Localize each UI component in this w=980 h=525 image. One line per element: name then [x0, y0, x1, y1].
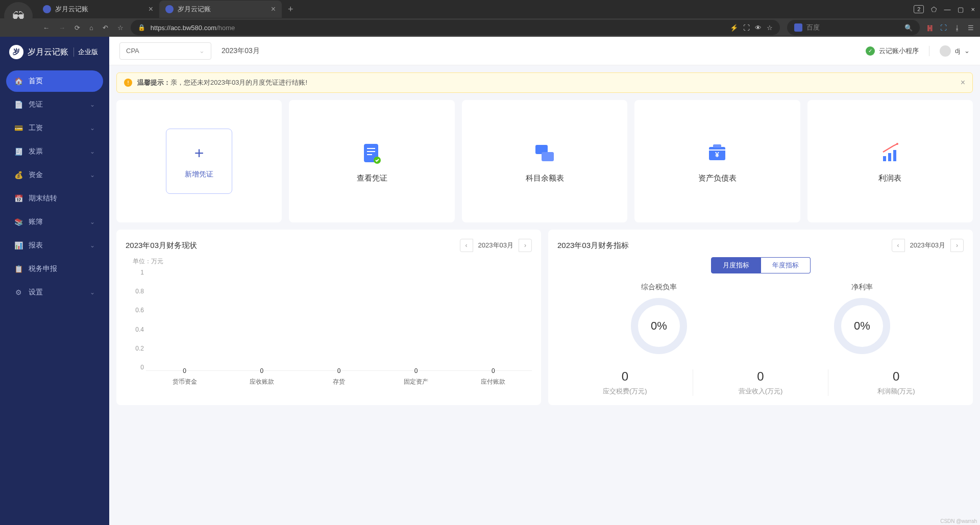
y-tick: 0	[126, 364, 144, 371]
next-month-button[interactable]: ›	[950, 239, 964, 252]
close-icon[interactable]: ×	[961, 78, 965, 87]
logo-edition: 企业版	[74, 47, 98, 57]
menu-label: 资金	[29, 170, 84, 180]
menu-label: 首页	[29, 77, 95, 86]
prev-month-button[interactable]: ‹	[460, 239, 473, 252]
account-selector[interactable]: CPA ⌄	[119, 42, 211, 60]
alert-banner: ! 温馨提示：亲，您还未对2023年03月的月度凭证进行结账! ×	[116, 72, 973, 93]
user-menu[interactable]: dj ⌄	[940, 45, 970, 57]
sidebar-item-0[interactable]: 🏠首页	[6, 70, 103, 92]
baidu-icon	[794, 23, 802, 32]
sidebar-item-9[interactable]: ⚙设置⌄	[6, 282, 103, 303]
flash-icon[interactable]: ⚡	[730, 24, 738, 32]
menu-label: 期末结转	[29, 194, 95, 203]
menu-icon: 📚	[14, 218, 22, 226]
address-bar: ← → ⟳ ⌂ ↶ ☆ 🔒 https://acc.bw580.com/home…	[0, 18, 980, 37]
mini-program-link[interactable]: ✓ 云记账小程序	[866, 46, 919, 56]
sidebar-item-4[interactable]: 💰资金⌄	[6, 164, 103, 186]
tab-monthly[interactable]: 月度指标	[711, 257, 761, 273]
browser-chrome: 🕶 岁月云记账 × 岁月云记账 × + 2 ⬠ — ▢ × ← → ⟳ ⌂ ↶ …	[0, 0, 980, 37]
sidebar-item-5[interactable]: 📅期末结转	[6, 188, 103, 209]
sidebar-item-1[interactable]: 📄凭证⌄	[6, 94, 103, 115]
plus-icon: +	[194, 144, 204, 163]
bookmark-icon[interactable]: ☆	[767, 24, 773, 32]
card-title: 科目余额表	[526, 173, 564, 183]
metric-label: 综合税负率	[631, 283, 687, 292]
bar-value: 0	[300, 367, 377, 374]
menu-icon[interactable]: ☰	[968, 24, 974, 32]
maximize-icon[interactable]: ▢	[958, 6, 964, 13]
menu-label: 报表	[29, 241, 84, 250]
topbar: CPA ⌄ 2023年03月 ✓ 云记账小程序 dj ⌄	[109, 37, 980, 65]
back-icon[interactable]: ←	[43, 24, 50, 32]
translate-icon[interactable]: ䷽	[927, 24, 933, 32]
svg-rect-1	[367, 148, 375, 149]
extension-icon[interactable]: ⬠	[931, 6, 937, 13]
sidebar-item-2[interactable]: 💳工资⌄	[6, 117, 103, 139]
menu-label: 凭证	[29, 100, 84, 109]
metric-净利率: 净利率0%	[834, 283, 890, 354]
search-input[interactable]: 百度 🔍	[787, 20, 920, 35]
new-tab-button[interactable]: +	[282, 4, 300, 15]
browser-tab[interactable]: 岁月云记账 ×	[37, 1, 159, 18]
metric-tabs: 月度指标 年度指标	[557, 257, 964, 273]
bar-label: 应付账款	[455, 378, 532, 386]
alert-text: 温馨提示：亲，您还未对2023年03月的月度凭证进行结账!	[137, 78, 307, 87]
svg-rect-6	[542, 152, 554, 161]
tab-title: 岁月云记账	[55, 5, 144, 14]
bar-chart: 10.80.60.40.20 0货币资金0应收账款0存货0固定资产0应付账款	[126, 269, 532, 386]
menu-icon: 📋	[14, 265, 22, 273]
x-item: 0固定资产	[378, 367, 455, 386]
close-icon[interactable]: ×	[149, 5, 153, 14]
quick-card-balance[interactable]: 科目余额表	[462, 100, 627, 222]
quick-card-liability[interactable]: ¥资产负债表	[634, 100, 800, 222]
svg-rect-3	[367, 154, 372, 155]
logo-icon: 岁	[9, 45, 23, 59]
close-icon[interactable]: ×	[271, 5, 276, 14]
menu-icon: 🧾	[14, 147, 22, 156]
x-item: 0货币资金	[146, 367, 223, 386]
sidebar-item-7[interactable]: 📊报表⌄	[6, 235, 103, 256]
prev-month-button[interactable]: ‹	[892, 239, 905, 252]
download-icon[interactable]: ⭳	[954, 24, 961, 32]
window-close-icon[interactable]: ×	[971, 6, 975, 13]
period-text[interactable]: 2023年03月	[222, 46, 260, 56]
chart-unit: 单位：万元	[133, 257, 532, 266]
undo-icon[interactable]: ↶	[103, 24, 108, 32]
menu-icon: 📅	[14, 194, 22, 203]
sidebar-item-6[interactable]: 📚账簿⌄	[6, 211, 103, 233]
metrics-row: 综合税负率0%净利率0%	[557, 283, 964, 354]
metric-综合税负率: 综合税负率0%	[631, 283, 687, 354]
browser-tab[interactable]: 岁月云记账 ×	[159, 1, 282, 18]
reload-icon[interactable]: ⟳	[75, 24, 80, 32]
star-icon[interactable]: ☆	[117, 24, 124, 32]
stat-item: 0利润额(万元)	[828, 369, 964, 396]
crop-icon[interactable]: ⛶	[940, 24, 947, 32]
forward-icon[interactable]: →	[59, 24, 65, 32]
quick-card-add[interactable]: +新增凭证	[116, 100, 282, 222]
home-icon[interactable]: ⌂	[89, 24, 93, 32]
chevron-down-icon: ⌄	[90, 148, 95, 155]
menu-icon: ⚙	[14, 288, 22, 296]
minimize-icon[interactable]: —	[944, 6, 950, 13]
sidebar-item-8[interactable]: 📋税务申报	[6, 258, 103, 280]
bar-label: 存货	[300, 378, 377, 386]
donut-chart: 0%	[834, 298, 890, 354]
chevron-down-icon: ⌄	[90, 101, 95, 108]
menu-label: 发票	[29, 147, 84, 156]
scan-icon[interactable]: ⛶	[743, 24, 750, 32]
next-month-button[interactable]: ›	[519, 239, 532, 252]
tab-counter[interactable]: 2	[914, 5, 924, 13]
sidebar-item-3[interactable]: 🧾发票⌄	[6, 141, 103, 162]
quick-card-view[interactable]: 查看凭证	[289, 100, 454, 222]
svg-rect-11	[888, 153, 891, 161]
eye-off-icon[interactable]: 👁	[755, 24, 762, 32]
quick-card-profit[interactable]: 利润表	[807, 100, 973, 222]
chart-plot	[146, 269, 532, 371]
y-tick: 0.4	[126, 326, 144, 333]
search-icon[interactable]: 🔍	[904, 24, 913, 32]
tab-yearly[interactable]: 年度指标	[761, 257, 811, 273]
url-input[interactable]: 🔒 https://acc.bw580.com/home ⚡ ⛶ 👁 ☆	[131, 20, 780, 35]
stat-label: 应交税费(万元)	[557, 387, 693, 396]
stat-label: 利润额(万元)	[828, 387, 964, 396]
